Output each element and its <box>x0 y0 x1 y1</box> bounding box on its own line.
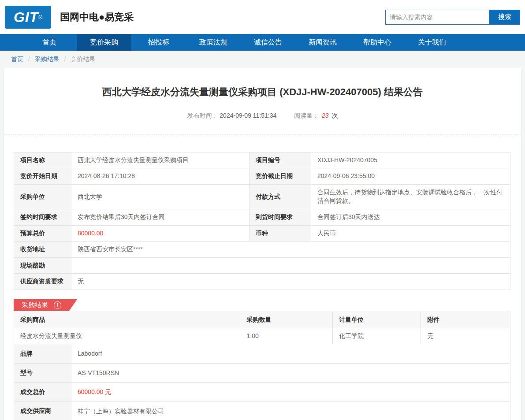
info-value: 合同签订后30天内送达 <box>311 209 510 225</box>
info-value: 人民币 <box>311 225 510 242</box>
info-value: XDJJ-HW-202407005 <box>311 152 510 168</box>
logo-text: GIT <box>14 9 38 25</box>
info-value: 发布竞价结果后30天内签订合同 <box>71 209 249 225</box>
breadcrumb-separator: / <box>64 56 66 63</box>
info-value: 2024-08-26 17:10:28 <box>71 168 249 185</box>
info-value <box>71 257 510 274</box>
info-label: 采购单位 <box>14 184 71 209</box>
brand-value: Labodorf <box>71 344 510 364</box>
nav-item-about-us[interactable]: 关于我们 <box>405 34 459 51</box>
supplier-value: 桂宁（上海）实验器材有限公司 <box>71 401 510 420</box>
goods-name: 经皮水分流失量测量仪 <box>14 328 240 344</box>
table-header-row: 采购商品 采购数量 计量单位 附件 <box>14 312 510 328</box>
info-label: 收货地址 <box>14 242 71 258</box>
nav-item-help-center[interactable]: 帮助中心 <box>350 34 405 51</box>
info-value: 西北大学 <box>71 184 249 209</box>
table-row: 型号 AS-VT150RSN <box>14 363 510 383</box>
result-badge: 采购结果 1 <box>14 299 77 311</box>
nav-item-news[interactable]: 新闻资讯 <box>295 34 350 51</box>
info-label: 项目编号 <box>249 152 311 168</box>
info-value: 西北大学经皮水分流失量测量仪采购项目 <box>71 152 249 168</box>
info-label: 供应商资质要求 <box>14 274 71 290</box>
detail-label: 品牌 <box>14 344 71 364</box>
breadcrumb-procurement-results[interactable]: 采购结果 <box>35 56 60 63</box>
info-label: 竞价截止日期 <box>249 168 311 185</box>
search-button[interactable]: 搜索 <box>489 10 520 25</box>
result-badge-label: 采购结果 <box>22 301 48 308</box>
nav-item-tender[interactable]: 招投标 <box>131 34 186 51</box>
nav-item-integrity-notice[interactable]: 诚信公告 <box>241 34 295 51</box>
info-label: 签约时间要求 <box>14 209 71 225</box>
table-row: 现场踏勘 <box>14 257 510 274</box>
table-row: 成交供应商 桂宁（上海）实验器材有限公司 <box>14 401 510 420</box>
search-box: 搜索 <box>385 10 520 25</box>
publish-time-label: 发布时间： <box>187 112 218 119</box>
info-label: 预算总价 <box>14 225 71 242</box>
table-row: 预算总价 80000.00 币种 人民币 <box>14 225 510 242</box>
info-value: 陕西省西安市长安区**** <box>71 242 510 258</box>
result-detail-table: 品牌 Labodorf 型号 AS-VT150RSN 成交总价 60000.00… <box>14 344 510 420</box>
views-label: 阅读量： <box>294 112 319 119</box>
nav-list: 首页 竞价采购 招投标 政策法规 诚信公告 新闻资讯 帮助中心 关于我们 <box>0 34 525 51</box>
table-row: 竞价开始日期 2024-08-26 17:10:28 竞价截止日期 2024-0… <box>14 168 510 185</box>
budget-total-price: 80000.00 <box>71 225 249 242</box>
table-row: 品牌 Labodorf <box>14 344 510 364</box>
info-label: 项目名称 <box>14 152 71 168</box>
content-card: 西北大学经皮水分流失量测量仪采购项目 (XDJJ-HW-202407005) 结… <box>4 68 521 420</box>
top-header: GIT® 国网中电●易竞采 搜索 <box>0 0 525 34</box>
breadcrumb: 首页 / 采购结果 / 竞价结果 <box>0 51 525 68</box>
breadcrumb-home[interactable]: 首页 <box>11 56 23 63</box>
detail-label: 成交总价 <box>14 383 71 402</box>
detail-label: 成交供应商 <box>14 401 71 420</box>
deal-total-price: 60000.00 元 <box>71 383 510 402</box>
info-label: 付款方式 <box>249 184 311 209</box>
goods-unit: 化工学院 <box>332 328 421 344</box>
table-row: 项目名称 西北大学经皮水分流失量测量仪采购项目 项目编号 XDJJ-HW-202… <box>14 152 510 168</box>
info-value: 无 <box>71 274 510 290</box>
registered-trademark-icon: ® <box>38 14 42 20</box>
detail-label: 型号 <box>14 363 71 383</box>
tables-wrap: 项目名称 西北大学经皮水分流失量测量仪采购项目 项目编号 XDJJ-HW-202… <box>4 134 521 420</box>
project-info-table: 项目名称 西北大学经皮水分流失量测量仪采购项目 项目编号 XDJJ-HW-202… <box>14 152 510 290</box>
info-value: 合同生效后，待货物到达指定地点、安装调试验收合格后，一次性付清合同货款。 <box>311 184 510 209</box>
info-label: 现场踏勘 <box>14 257 71 274</box>
info-label: 竞价开始日期 <box>14 168 71 185</box>
article-meta: 发布时间： 2024-09-09 11:51:34 阅读量： 23 次 <box>4 112 521 120</box>
table-row: 采购单位 西北大学 付款方式 合同生效后，待货物到达指定地点、安装调试验收合格后… <box>14 184 510 209</box>
site-logo[interactable]: GIT® <box>5 6 51 29</box>
site-title: 国网中电●易竞采 <box>60 11 134 24</box>
model-value: AS-VT150RSN <box>71 363 510 383</box>
column-header: 附件 <box>421 312 510 328</box>
nav-item-policy[interactable]: 政策法规 <box>186 34 241 51</box>
info-label: 到货时间要求 <box>249 209 311 225</box>
publish-time-value: 2024-09-09 11:51:34 <box>220 112 276 119</box>
views-unit: 次 <box>332 112 338 119</box>
goods-attachment: 无 <box>421 328 510 344</box>
breadcrumb-bidding-results: 竞价结果 <box>71 56 95 63</box>
main-nav: 首页 竞价采购 招投标 政策法规 诚信公告 新闻资讯 帮助中心 关于我们 <box>0 34 525 51</box>
column-header: 计量单位 <box>332 312 421 328</box>
goods-table: 采购商品 采购数量 计量单位 附件 经皮水分流失量测量仪 1.00 化工学院 无 <box>14 312 510 344</box>
result-badge-count: 1 <box>54 301 61 309</box>
goods-quantity: 1.00 <box>240 328 332 344</box>
info-value: 2024-09-06 23:55:00 <box>311 168 510 185</box>
table-row: 成交总价 60000.00 元 <box>14 383 510 402</box>
table-row: 供应商资质要求 无 <box>14 274 510 290</box>
table-row: 经皮水分流失量测量仪 1.00 化工学院 无 <box>14 328 510 344</box>
result-section: 采购结果 1 采购商品 采购数量 计量单位 附件 经皮水分流失量测量仪 <box>14 299 510 420</box>
table-row: 签约时间要求 发布竞价结果后30天内签订合同 到货时间要求 合同签订后30天内送… <box>14 209 510 225</box>
nav-item-home[interactable]: 首页 <box>22 34 77 51</box>
views-count: 23 <box>322 112 329 119</box>
nav-item-bidding-purchase[interactable]: 竞价采购 <box>77 34 131 51</box>
column-header: 采购数量 <box>240 312 332 328</box>
table-row: 收货地址 陕西省西安市长安区**** <box>14 242 510 258</box>
search-input[interactable] <box>385 10 489 25</box>
info-label: 币种 <box>249 225 311 242</box>
breadcrumb-separator: / <box>28 56 30 63</box>
page-title: 西北大学经皮水分流失量测量仪采购项目 (XDJJ-HW-202407005) 结… <box>30 68 495 99</box>
column-header: 采购商品 <box>14 312 240 328</box>
